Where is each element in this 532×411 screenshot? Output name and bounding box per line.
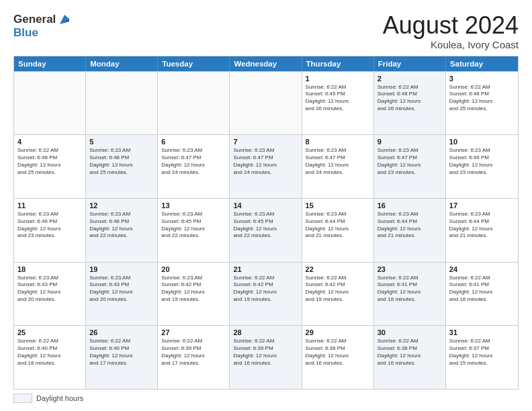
day-info: Sunrise: 6:22 AMSunset: 6:48 PMDaylight:… (17, 147, 82, 176)
cal-cell-empty (230, 72, 302, 135)
day-number: 13 (161, 201, 226, 210)
cal-cell-day-28: 28Sunrise: 6:22 AMSunset: 6:39 PMDayligh… (230, 326, 302, 389)
cal-week-4: 18Sunrise: 6:23 AMSunset: 6:43 PMDayligh… (14, 262, 518, 326)
cal-week-1: 1Sunrise: 6:22 AMSunset: 6:49 PMDaylight… (14, 71, 518, 135)
day-info: Sunrise: 6:22 AMSunset: 6:48 PMDaylight:… (449, 84, 515, 113)
day-info: Sunrise: 6:23 AMSunset: 6:47 PMDaylight:… (378, 147, 442, 176)
day-number: 20 (161, 265, 226, 273)
day-info: Sunrise: 6:23 AMSunset: 6:46 PMDaylight:… (449, 147, 515, 176)
day-number: 5 (89, 138, 154, 146)
day-number: 23 (378, 265, 442, 273)
cal-cell-day-11: 11Sunrise: 6:23 AMSunset: 6:46 PMDayligh… (14, 199, 86, 262)
day-info: Sunrise: 6:22 AMSunset: 6:41 PMDaylight:… (378, 275, 442, 304)
cal-header-cell-thursday: Thursday (302, 56, 374, 71)
day-info: Sunrise: 6:22 AMSunset: 6:42 PMDaylight:… (306, 275, 370, 304)
cal-cell-day-16: 16Sunrise: 6:23 AMSunset: 6:44 PMDayligh… (374, 199, 446, 262)
cal-cell-day-19: 19Sunrise: 6:23 AMSunset: 6:43 PMDayligh… (86, 263, 158, 326)
title-block: August 2024 Koulea, Ivory Coast (383, 12, 519, 50)
header: General Blue August 2024 Koulea, Ivory C… (13, 12, 519, 50)
cal-cell-day-21: 21Sunrise: 6:22 AMSunset: 6:42 PMDayligh… (230, 263, 302, 326)
cal-cell-day-7: 7Sunrise: 6:23 AMSunset: 6:47 PMDaylight… (230, 135, 302, 198)
day-info: Sunrise: 6:23 AMSunset: 6:44 PMDaylight:… (306, 211, 370, 240)
day-number: 2 (378, 75, 442, 83)
day-info: Sunrise: 6:23 AMSunset: 6:47 PMDaylight:… (233, 147, 298, 176)
day-info: Sunrise: 6:22 AMSunset: 6:42 PMDaylight:… (233, 275, 298, 304)
title-location: Koulea, Ivory Coast (383, 39, 519, 50)
cal-week-3: 11Sunrise: 6:23 AMSunset: 6:46 PMDayligh… (14, 198, 518, 262)
cal-cell-day-6: 6Sunrise: 6:23 AMSunset: 6:47 PMDaylight… (158, 135, 230, 198)
cal-cell-day-20: 20Sunrise: 6:23 AMSunset: 6:42 PMDayligh… (158, 263, 230, 326)
day-info: Sunrise: 6:23 AMSunset: 6:44 PMDaylight:… (378, 211, 442, 240)
day-number: 6 (161, 138, 226, 146)
day-info: Sunrise: 6:23 AMSunset: 6:48 PMDaylight:… (89, 147, 154, 176)
day-info: Sunrise: 6:23 AMSunset: 6:43 PMDaylight:… (17, 275, 82, 304)
cal-cell-day-9: 9Sunrise: 6:23 AMSunset: 6:47 PMDaylight… (374, 135, 446, 198)
logo-icon (57, 12, 72, 27)
cal-cell-day-14: 14Sunrise: 6:23 AMSunset: 6:45 PMDayligh… (230, 199, 302, 262)
day-number: 15 (306, 201, 370, 210)
cal-header-cell-sunday: Sunday (14, 56, 86, 71)
daylight-label: Daylight hours (36, 394, 83, 402)
day-number: 3 (449, 75, 515, 83)
day-number: 28 (233, 328, 298, 336)
day-number: 29 (306, 328, 370, 336)
cal-header-cell-monday: Monday (86, 56, 158, 71)
day-number: 16 (378, 201, 442, 210)
cal-header-cell-friday: Friday (374, 56, 446, 71)
day-info: Sunrise: 6:22 AMSunset: 6:37 PMDaylight:… (449, 338, 515, 367)
cal-week-2: 4Sunrise: 6:22 AMSunset: 6:48 PMDaylight… (14, 134, 518, 198)
day-number: 8 (306, 138, 370, 146)
cal-header-cell-saturday: Saturday (446, 56, 518, 71)
cal-header-cell-wednesday: Wednesday (230, 56, 302, 71)
day-number: 31 (449, 328, 515, 336)
cal-cell-day-1: 1Sunrise: 6:22 AMSunset: 6:49 PMDaylight… (302, 72, 374, 135)
cal-cell-day-18: 18Sunrise: 6:23 AMSunset: 6:43 PMDayligh… (14, 263, 86, 326)
day-info: Sunrise: 6:22 AMSunset: 6:38 PMDaylight:… (306, 338, 370, 367)
day-info: Sunrise: 6:22 AMSunset: 6:39 PMDaylight:… (233, 338, 298, 367)
logo-blue-text: Blue (13, 27, 72, 40)
cal-cell-day-3: 3Sunrise: 6:22 AMSunset: 6:48 PMDaylight… (446, 72, 518, 135)
cal-cell-day-27: 27Sunrise: 6:22 AMSunset: 6:39 PMDayligh… (158, 326, 230, 389)
cal-cell-day-30: 30Sunrise: 6:22 AMSunset: 6:38 PMDayligh… (374, 326, 446, 389)
day-number: 12 (89, 201, 154, 210)
logo: General Blue (13, 12, 72, 40)
day-info: Sunrise: 6:23 AMSunset: 6:42 PMDaylight:… (161, 275, 226, 304)
day-info: Sunrise: 6:23 AMSunset: 6:44 PMDaylight:… (449, 211, 515, 240)
day-info: Sunrise: 6:22 AMSunset: 6:49 PMDaylight:… (306, 84, 370, 113)
day-info: Sunrise: 6:22 AMSunset: 6:39 PMDaylight:… (161, 338, 226, 367)
day-info: Sunrise: 6:22 AMSunset: 6:38 PMDaylight:… (378, 338, 442, 367)
cal-cell-day-25: 25Sunrise: 6:22 AMSunset: 6:40 PMDayligh… (14, 326, 86, 389)
day-number: 21 (233, 265, 298, 273)
cal-cell-day-13: 13Sunrise: 6:23 AMSunset: 6:45 PMDayligh… (158, 199, 230, 262)
day-info: Sunrise: 6:22 AMSunset: 6:40 PMDaylight:… (89, 338, 154, 367)
day-number: 14 (233, 201, 298, 210)
day-info: Sunrise: 6:23 AMSunset: 6:47 PMDaylight:… (161, 147, 226, 176)
day-info: Sunrise: 6:23 AMSunset: 6:47 PMDaylight:… (306, 147, 370, 176)
cal-cell-day-10: 10Sunrise: 6:23 AMSunset: 6:46 PMDayligh… (446, 135, 518, 198)
day-number: 17 (449, 201, 515, 210)
day-number: 7 (233, 138, 298, 146)
day-number: 25 (17, 328, 82, 336)
cal-cell-day-8: 8Sunrise: 6:23 AMSunset: 6:47 PMDaylight… (302, 135, 374, 198)
cal-header-cell-tuesday: Tuesday (158, 56, 230, 71)
day-info: Sunrise: 6:23 AMSunset: 6:46 PMDaylight:… (89, 211, 154, 240)
day-info: Sunrise: 6:23 AMSunset: 6:43 PMDaylight:… (89, 275, 154, 304)
cal-cell-day-2: 2Sunrise: 6:22 AMSunset: 6:48 PMDaylight… (374, 72, 446, 135)
day-info: Sunrise: 6:22 AMSunset: 6:48 PMDaylight:… (378, 84, 442, 113)
cal-cell-day-31: 31Sunrise: 6:22 AMSunset: 6:37 PMDayligh… (446, 326, 518, 389)
cal-cell-day-4: 4Sunrise: 6:22 AMSunset: 6:48 PMDaylight… (14, 135, 86, 198)
cal-week-5: 25Sunrise: 6:22 AMSunset: 6:40 PMDayligh… (14, 325, 518, 389)
cal-cell-empty (14, 72, 86, 135)
cal-cell-day-29: 29Sunrise: 6:22 AMSunset: 6:38 PMDayligh… (302, 326, 374, 389)
cal-cell-empty (158, 72, 230, 135)
day-number: 10 (449, 138, 515, 146)
page: General Blue August 2024 Koulea, Ivory C… (0, 0, 532, 411)
cal-cell-day-23: 23Sunrise: 6:22 AMSunset: 6:41 PMDayligh… (374, 263, 446, 326)
day-number: 9 (378, 138, 442, 146)
title-month: August 2024 (383, 12, 519, 39)
day-number: 4 (17, 138, 82, 146)
day-info: Sunrise: 6:22 AMSunset: 6:40 PMDaylight:… (17, 338, 82, 367)
footer: Daylight hours (13, 394, 519, 403)
day-number: 27 (161, 328, 226, 336)
cal-cell-day-15: 15Sunrise: 6:23 AMSunset: 6:44 PMDayligh… (302, 199, 374, 262)
